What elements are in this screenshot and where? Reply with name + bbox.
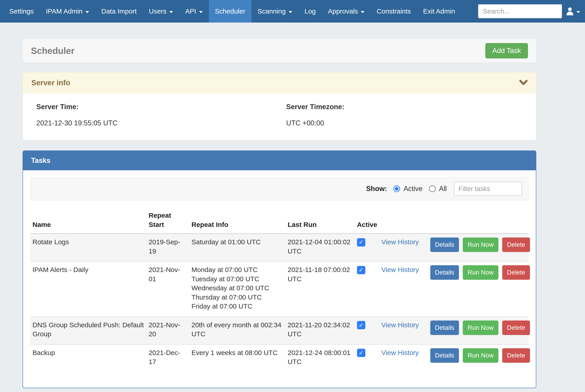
filter-tasks-input[interactable] (454, 182, 522, 196)
run-now-button[interactable]: Run Now (463, 348, 498, 363)
nav-item-users[interactable]: Users (143, 0, 179, 22)
server-time-value: 2021-12-30 19:55:05 UTC (36, 119, 286, 127)
chevron-down-icon (85, 11, 89, 13)
task-name: Backup (30, 344, 146, 372)
radio-option-active[interactable]: Active (393, 185, 422, 193)
server-time-block: Server Time: 2021-12-30 19:55:05 UTC (36, 103, 286, 127)
nav-item-settings[interactable]: Settings (3, 0, 40, 22)
nav-item-label: Scanning (258, 8, 286, 15)
delete-button[interactable]: Delete (502, 348, 530, 363)
nav-item-approvals[interactable]: Approvals (322, 0, 371, 22)
table-row: Backup 2021-Dec-17 Every 1 weeks at 08:0… (30, 344, 529, 372)
view-history-link[interactable]: View History (381, 266, 419, 273)
task-last-run: 2021-11-18 07:00:02 UTC (285, 262, 355, 317)
active-checkbox[interactable] (357, 266, 365, 274)
server-timezone-label: Server Timezone: (286, 103, 536, 111)
user-menu[interactable] (566, 7, 580, 16)
column-header-name: Name (30, 208, 146, 234)
task-repeat-start: 2021-Nov-20 (146, 317, 189, 344)
top-navbar: Settings IPAM Admin Data Import Users AP… (0, 0, 585, 22)
chevron-down-icon (289, 11, 292, 13)
column-header-repeat-start: Repeat Start (146, 208, 189, 234)
nav-item-label: Exit Admin (423, 8, 455, 15)
chevron-down-icon (577, 11, 580, 13)
user-icon (566, 7, 574, 16)
add-task-button[interactable]: Add Task (485, 43, 528, 58)
nav-item-scanning[interactable]: Scanning (251, 0, 298, 22)
task-name: IPAM Alerts - Daily (30, 262, 146, 317)
active-checkbox[interactable] (357, 321, 365, 329)
server-time-label: Server Time: (36, 103, 286, 111)
column-header-actions (428, 208, 529, 234)
table-header-row: Name Repeat Start Repeat Info Last Run A… (30, 208, 529, 234)
server-info-header[interactable]: Server info (23, 72, 536, 94)
nav-item-api[interactable]: API (179, 0, 209, 22)
task-last-run: 2021-12-24 08:00:01 UTC (285, 344, 355, 372)
chevron-down-icon (361, 11, 364, 13)
show-label: Show: (366, 185, 387, 193)
details-button[interactable]: Details (430, 348, 459, 363)
nav-item-label: Data Import (101, 8, 137, 15)
chevron-down-icon[interactable] (519, 80, 528, 86)
active-checkbox[interactable] (357, 238, 365, 246)
task-last-run: 2021-11-20 02:34:02 UTC (285, 317, 355, 344)
nav-item-exit-admin[interactable]: Exit Admin (417, 0, 461, 22)
chevron-down-icon (199, 11, 203, 13)
delete-button[interactable]: Delete (502, 238, 530, 252)
table-row: DNS Group Scheduled Push: Default Group … (30, 317, 529, 344)
radio-active-input[interactable] (393, 186, 400, 192)
view-history-link[interactable]: View History (381, 321, 419, 328)
radio-all-label: All (439, 185, 447, 193)
task-last-run: 2021-12-04 01:00:02 UTC (285, 234, 355, 262)
delete-button[interactable]: Delete (502, 265, 530, 280)
delete-button[interactable]: Delete (502, 320, 530, 335)
navbar-right (478, 0, 585, 22)
task-name: DNS Group Scheduled Push: Default Group (30, 317, 146, 344)
view-history-link[interactable]: View History (381, 238, 419, 246)
tasks-panel-body: Show: Active All (23, 170, 536, 388)
server-timezone-block: Server Timezone: UTC +00:00 (286, 103, 536, 127)
table-row: Rotate Logs 2019-Sep-19 Saturday at 01:0… (30, 234, 529, 262)
active-checkbox[interactable] (357, 349, 365, 357)
nav-item-log[interactable]: Log (298, 0, 322, 22)
search-input[interactable] (478, 4, 562, 18)
task-repeat-info: Saturday at 01:00 UTC (189, 234, 286, 262)
details-button[interactable]: Details (430, 320, 459, 335)
task-repeat-info: Every 1 weeks at 08:00 UTC (189, 344, 286, 372)
page-title: Scheduler (31, 46, 74, 56)
nav-item-constraints[interactable]: Constraints (371, 0, 417, 22)
nav-item-label: Log (304, 8, 316, 15)
tasks-table: Name Repeat Start Repeat Info Last Run A… (30, 208, 529, 372)
details-button[interactable]: Details (430, 265, 459, 280)
run-now-button[interactable]: Run Now (463, 320, 498, 335)
radio-all-input[interactable] (429, 186, 436, 192)
nav-item-ipam-admin[interactable]: IPAM Admin (40, 0, 95, 22)
details-button[interactable]: Details (430, 238, 459, 252)
task-repeat-info: Monday at 07:00 UTC Tuesday at 07:00 UTC… (189, 262, 286, 317)
column-header-repeat-info: Repeat Info (189, 208, 286, 234)
nav-item-label: Scheduler (215, 8, 245, 15)
task-repeat-start: 2021-Nov-01 (146, 262, 189, 317)
nav-item-data-import[interactable]: Data Import (95, 0, 143, 22)
column-header-history (379, 208, 428, 234)
run-now-button[interactable]: Run Now (463, 238, 498, 252)
page-container: Scheduler Add Task Server info Server Ti… (22, 39, 536, 388)
task-repeat-start: 2019-Sep-19 (146, 234, 189, 262)
server-info-title: Server info (31, 78, 70, 87)
table-row: IPAM Alerts - Daily 2021-Nov-01 Monday a… (30, 262, 529, 317)
tasks-toolbar: Show: Active All (30, 177, 529, 200)
server-info-body: Server Time: 2021-12-30 19:55:05 UTC Ser… (23, 94, 536, 140)
nav-item-label: Approvals (328, 8, 358, 15)
run-now-button[interactable]: Run Now (463, 265, 498, 280)
nav-item-scheduler[interactable]: Scheduler (209, 0, 251, 22)
view-history-link[interactable]: View History (381, 349, 419, 356)
nav-item-label: API (185, 8, 196, 15)
column-header-last-run: Last Run (285, 208, 355, 234)
tasks-panel: Tasks Show: Active All (22, 150, 536, 388)
task-name: Rotate Logs (30, 234, 146, 262)
nav-item-label: Constraints (377, 8, 411, 15)
scheduler-title-panel: Scheduler Add Task (22, 39, 536, 63)
radio-option-all[interactable]: All (429, 185, 447, 193)
navbar-search-group (478, 4, 562, 18)
chevron-down-icon (169, 11, 173, 13)
